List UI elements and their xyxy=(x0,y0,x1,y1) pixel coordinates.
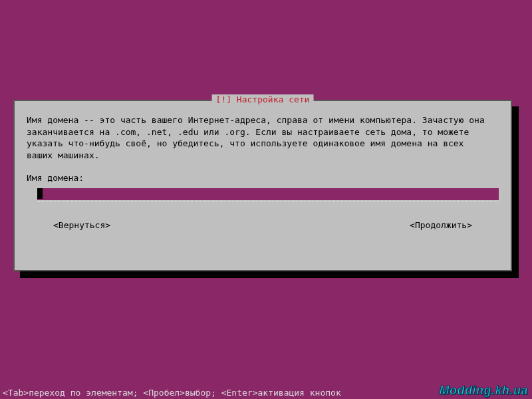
text-cursor xyxy=(37,188,43,199)
dialog-title: [!] Настройка сети xyxy=(212,94,314,104)
input-underline xyxy=(37,200,499,201)
network-config-dialog: [!] Настройка сети Имя домена -- это час… xyxy=(13,100,512,271)
keyboard-hints: <Tab>переход по элементам; <Пробел>выбор… xyxy=(3,388,341,398)
back-button[interactable]: <Вернуться> xyxy=(53,220,110,230)
continue-button[interactable]: <Продолжить> xyxy=(410,220,472,230)
domain-name-label: Имя домена: xyxy=(27,173,499,183)
domain-name-input[interactable] xyxy=(37,188,499,200)
dialog-buttons: <Вернуться> <Продолжить> xyxy=(27,220,499,230)
dialog-description: Имя домена -- это часть вашего Интернет-… xyxy=(27,114,499,161)
domain-name-input-wrap xyxy=(37,188,499,200)
watermark: Modding.kh.ua xyxy=(440,384,528,398)
